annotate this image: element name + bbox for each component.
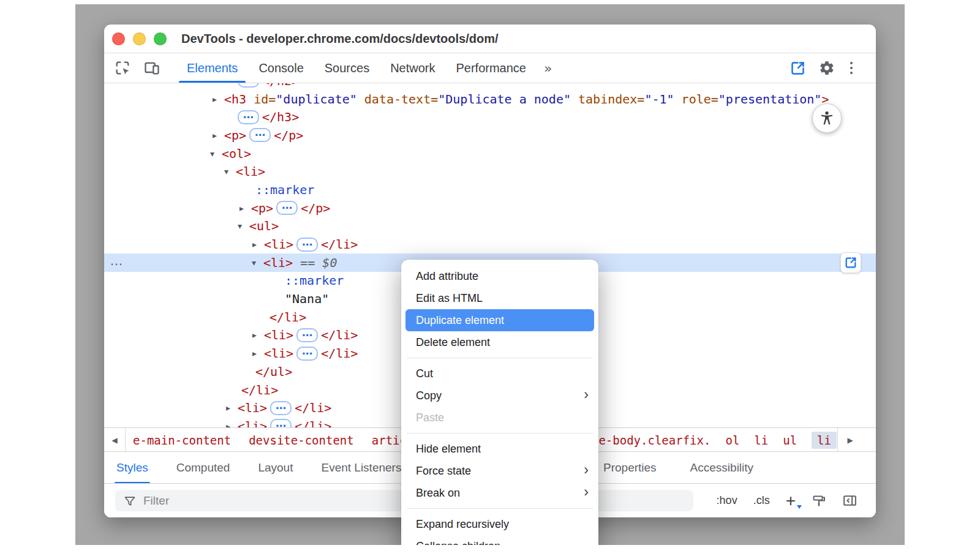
tree-row[interactable]: ▾<ul> bbox=[104, 217, 876, 236]
code-token: <li> bbox=[264, 237, 293, 252]
breadcrumb-item[interactable]: li bbox=[754, 434, 768, 447]
breadcrumb-scroll-left-icon[interactable]: ◀ bbox=[104, 428, 126, 452]
menu-item-force-state[interactable]: Force state› bbox=[401, 460, 598, 482]
code-token: <ul> bbox=[249, 219, 279, 233]
menu-item-copy[interactable]: Copy› bbox=[401, 385, 598, 407]
twisty-right-icon[interactable]: ▸ bbox=[226, 421, 238, 427]
code-token bbox=[357, 92, 364, 107]
toggle-hover-state-button[interactable]: :hov bbox=[717, 494, 737, 507]
twisty-right-icon[interactable]: ▸ bbox=[252, 348, 264, 358]
collapsed-content-icon[interactable]: ⋯ bbox=[270, 401, 292, 415]
collapsed-content-icon[interactable]: ⋯ bbox=[296, 238, 318, 252]
twisty-right-icon[interactable]: ▸ bbox=[213, 130, 224, 140]
twisty-right-icon[interactable]: ▸ bbox=[213, 94, 224, 104]
tab-performance[interactable]: Performance bbox=[446, 53, 537, 83]
row-overflow-icon[interactable]: … bbox=[110, 253, 123, 269]
twisty-right-icon[interactable]: ▸ bbox=[226, 403, 238, 413]
breadcrumb-item[interactable]: devsite-content bbox=[249, 434, 354, 447]
device-toolbar-icon[interactable] bbox=[143, 59, 160, 77]
tree-row[interactable]: ▸<p>⋯</p> bbox=[104, 199, 876, 217]
breadcrumb-item[interactable]: ol bbox=[725, 434, 739, 447]
toggle-classes-button[interactable]: .cls bbox=[753, 494, 770, 507]
code-token: </ul> bbox=[255, 364, 292, 379]
twisty-right-icon[interactable]: ▸ bbox=[239, 203, 251, 213]
code-token: == bbox=[293, 255, 322, 270]
new-style-rule-button[interactable]: + bbox=[786, 492, 796, 509]
tree-row[interactable]: ::marker bbox=[104, 181, 876, 199]
menu-item-collapse-children[interactable]: Collapse children bbox=[401, 535, 598, 545]
tree-row[interactable]: ⋯</h3> bbox=[104, 108, 876, 126]
tree-row[interactable]: ▸<h3 id="duplicate" data-text="Duplicate… bbox=[104, 90, 876, 108]
code-token: <li> bbox=[264, 346, 293, 361]
tree-row[interactable]: ▾<ol> bbox=[104, 145, 876, 163]
breadcrumb-items-left: e-main-contentdevsite-contentarticle bbox=[133, 434, 421, 447]
menu-item-cut[interactable]: Cut bbox=[401, 363, 598, 385]
menu-item-label: Copy bbox=[416, 389, 442, 402]
menu-item-label: Add attribute bbox=[416, 270, 478, 283]
code-token: <h3 bbox=[224, 92, 254, 107]
code-token: </li> bbox=[321, 328, 358, 342]
toggle-sidebar-icon[interactable] bbox=[842, 493, 858, 508]
tab-accessibility[interactable]: Accessibility bbox=[690, 452, 753, 484]
screenshot-stage: DevTools - developer.chrome.com/docs/dev… bbox=[0, 0, 980, 556]
menu-item-label: Edit as HTML bbox=[416, 292, 483, 305]
collapsed-content-icon[interactable]: ⋯ bbox=[296, 347, 318, 361]
tab-console[interactable]: Console bbox=[248, 53, 314, 83]
menu-item-expand-recursively[interactable]: Expand recursively bbox=[401, 513, 598, 535]
menu-item-label: Hide element bbox=[416, 443, 481, 456]
tab-styles[interactable]: Styles bbox=[116, 452, 148, 484]
code-token: $0 bbox=[322, 255, 337, 270]
more-tabs-icon[interactable]: » bbox=[537, 53, 559, 83]
tree-row[interactable]: ▸<p>⋯</p> bbox=[104, 126, 876, 145]
menu-item-paste[interactable]: Paste bbox=[401, 407, 598, 429]
square-arrow-button[interactable] bbox=[840, 252, 861, 273]
tab-sources[interactable]: Sources bbox=[314, 53, 380, 83]
tab-properties[interactable]: Properties bbox=[603, 452, 657, 484]
tree-row[interactable]: ▾<li> bbox=[104, 162, 876, 181]
twisty-down-icon[interactable]: ▾ bbox=[252, 258, 263, 268]
menu-item-edit-as-html[interactable]: Edit as HTML bbox=[401, 287, 598, 309]
collapsed-content-icon[interactable]: ⋯ bbox=[238, 110, 259, 124]
code-token bbox=[674, 92, 682, 107]
inspect-icon[interactable] bbox=[114, 59, 131, 77]
tree-row[interactable]: ▸<li>⋯</li> bbox=[104, 235, 876, 254]
twisty-right-icon[interactable]: ▸ bbox=[252, 239, 264, 249]
tree-row[interactable]: ⋯</h2> bbox=[104, 83, 876, 90]
minimize-button[interactable] bbox=[133, 32, 146, 45]
twisty-down-icon[interactable]: ▾ bbox=[238, 221, 249, 231]
settings-gear-icon[interactable] bbox=[819, 60, 835, 76]
square-arrow-icon[interactable] bbox=[790, 60, 806, 77]
menu-item-add-attribute[interactable]: Add attribute bbox=[401, 265, 598, 287]
menu-item-duplicate-element[interactable]: Duplicate element bbox=[405, 309, 594, 331]
window-titlebar: DevTools - developer.chrome.com/docs/dev… bbox=[104, 24, 876, 53]
devtools-toolbar: ElementsConsoleSourcesNetworkPerformance… bbox=[104, 53, 876, 83]
collapsed-content-icon[interactable]: ⋯ bbox=[238, 83, 259, 88]
window-controls bbox=[112, 32, 167, 45]
collapsed-content-icon[interactable]: ⋯ bbox=[296, 328, 318, 342]
collapsed-content-icon[interactable]: ⋯ bbox=[276, 201, 298, 215]
breadcrumb-item[interactable]: ul bbox=[783, 434, 797, 447]
zoom-button[interactable] bbox=[154, 32, 167, 45]
breadcrumb-scroll-right-icon[interactable]: ▶ bbox=[837, 428, 862, 452]
accessibility-icon[interactable] bbox=[812, 103, 842, 133]
kebab-menu-icon[interactable] bbox=[848, 59, 856, 77]
paint-roller-icon[interactable] bbox=[812, 494, 826, 508]
tab-computed[interactable]: Computed bbox=[176, 452, 230, 484]
twisty-right-icon[interactable]: ▸ bbox=[252, 330, 264, 340]
tab-network[interactable]: Network bbox=[380, 53, 445, 83]
collapsed-content-icon[interactable]: ⋯ bbox=[270, 419, 292, 427]
code-token: <p> bbox=[251, 201, 273, 216]
twisty-down-icon[interactable]: ▾ bbox=[210, 149, 222, 159]
breadcrumb-item[interactable]: e-main-content bbox=[133, 434, 231, 447]
breadcrumb-item[interactable]: li bbox=[812, 432, 837, 449]
menu-item-delete-element[interactable]: Delete element bbox=[401, 331, 598, 353]
tab-elements[interactable]: Elements bbox=[176, 53, 248, 83]
collapsed-content-icon[interactable]: ⋯ bbox=[249, 128, 271, 142]
close-button[interactable] bbox=[112, 32, 125, 45]
code-token: role= bbox=[682, 92, 718, 107]
menu-item-break-on[interactable]: Break on› bbox=[401, 482, 598, 504]
tab-event-listeners[interactable]: Event Listeners bbox=[321, 452, 401, 484]
twisty-down-icon[interactable]: ▾ bbox=[224, 167, 236, 176]
tab-layout[interactable]: Layout bbox=[258, 452, 293, 484]
menu-item-hide-element[interactable]: Hide element bbox=[401, 438, 598, 460]
